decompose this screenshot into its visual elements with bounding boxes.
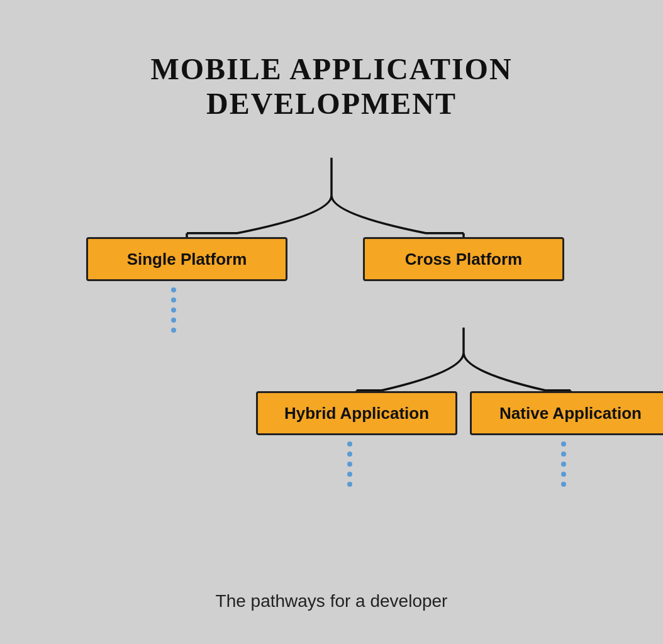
cross-platform-node: Cross Platform: [363, 237, 564, 281]
title-line2: DEVELOPMENT: [150, 86, 512, 121]
tree-area: Single Platform Cross Platform Hybrid Ap…: [48, 127, 615, 579]
title-line1: MOBILE APPLICATION: [150, 52, 512, 86]
dotted-line-hybrid: [347, 441, 352, 487]
tree-lines: [48, 127, 615, 579]
dotted-line-native: [561, 441, 566, 487]
native-application-node: Native Application: [470, 391, 663, 435]
hybrid-application-node: Hybrid Application: [256, 391, 457, 435]
single-platform-node: Single Platform: [86, 237, 287, 281]
caption: The pathways for a developer: [216, 591, 448, 611]
diagram-container: MOBILE APPLICATION DEVELOPMENT: [48, 33, 615, 611]
dotted-line-single: [171, 287, 176, 333]
